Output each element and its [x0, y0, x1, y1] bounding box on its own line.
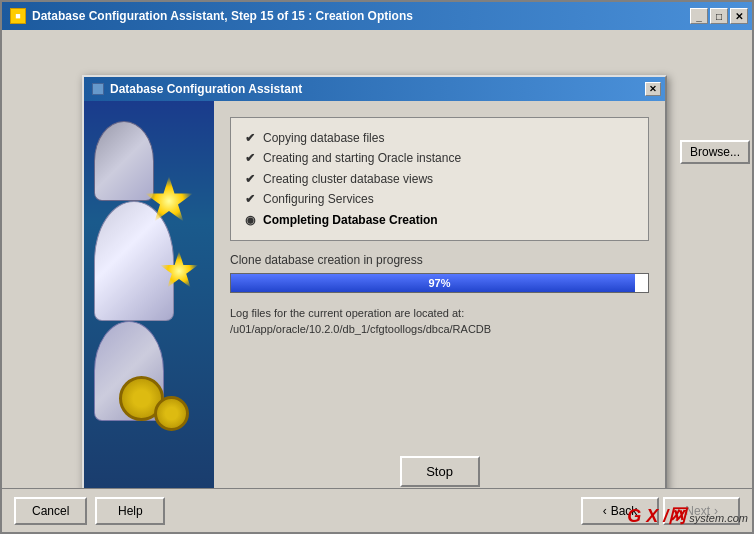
modal-body: ✔ Copying database files ✔ Creating and … — [84, 101, 665, 503]
step-2-label: Creating and starting Oracle instance — [263, 148, 461, 168]
step-5-label: Completing Database Creation — [263, 210, 438, 230]
steps-box: ✔ Copying database files ✔ Creating and … — [230, 117, 649, 241]
watermark-brand: G X /网 — [627, 506, 686, 526]
modal-titlebar-icon — [92, 83, 104, 95]
step-1: ✔ Copying database files — [245, 128, 634, 148]
stop-button[interactable]: Stop — [400, 456, 480, 487]
step-3-label: Creating cluster database views — [263, 169, 433, 189]
step-2: ✔ Creating and starting Oracle instance — [245, 148, 634, 168]
minimize-button[interactable]: _ — [690, 8, 708, 24]
outer-window: ■ Database Configuration Assistant, Step… — [0, 0, 754, 534]
log-line-2: /u01/app/oracle/10.2.0/db_1/cfgtoollogs/… — [230, 321, 649, 338]
cylinder-main — [94, 201, 174, 321]
modal-titlebar: Database Configuration Assistant ✕ — [84, 77, 665, 101]
modal-dialog: Database Configuration Assistant ✕ — [82, 75, 667, 505]
close-button[interactable]: ✕ — [730, 8, 748, 24]
modal-close-button[interactable]: ✕ — [645, 82, 661, 96]
step-5-check: ◉ — [245, 210, 257, 230]
step-4: ✔ Configuring Services — [245, 189, 634, 209]
step-3-check: ✔ — [245, 169, 257, 189]
oracle-graphic — [94, 121, 204, 471]
cancel-button[interactable]: Cancel — [14, 497, 87, 525]
step-1-check: ✔ — [245, 128, 257, 148]
cylinder-back — [94, 121, 154, 201]
help-button[interactable]: Help — [95, 497, 165, 525]
modal-graphic-panel — [84, 101, 214, 503]
modal-title: Database Configuration Assistant — [110, 82, 302, 96]
step-3: ✔ Creating cluster database views — [245, 169, 634, 189]
modal-titlebar-left: Database Configuration Assistant — [92, 82, 302, 96]
app-icon: ■ — [10, 8, 26, 24]
log-line-1: Log files for the current operation are … — [230, 305, 649, 322]
outer-titlebar: ■ Database Configuration Assistant, Step… — [2, 2, 752, 30]
progress-title: Clone database creation in progress — [230, 253, 649, 267]
step-2-check: ✔ — [245, 148, 257, 168]
step-4-check: ✔ — [245, 189, 257, 209]
outer-titlebar-left: ■ Database Configuration Assistant, Step… — [10, 8, 413, 24]
watermark-site: system.com — [689, 512, 748, 524]
step-5: ◉ Completing Database Creation — [245, 210, 634, 230]
step-4-label: Configuring Services — [263, 189, 374, 209]
gear-2 — [154, 396, 189, 431]
progress-section: Clone database creation in progress 97% — [230, 253, 649, 293]
step-1-label: Copying database files — [263, 128, 384, 148]
maximize-button[interactable]: □ — [710, 8, 728, 24]
stop-area: Stop — [230, 448, 649, 487]
modal-content-panel: ✔ Copying database files ✔ Creating and … — [214, 101, 665, 503]
outer-window-buttons: _ □ ✕ — [690, 8, 748, 24]
progress-bar-container: 97% — [230, 273, 649, 293]
back-icon: ‹ — [603, 504, 607, 518]
bottom-left-buttons: Cancel Help — [14, 497, 165, 525]
progress-bar-label: 97% — [428, 277, 450, 289]
log-text: Log files for the current operation are … — [230, 305, 649, 338]
outer-window-title: Database Configuration Assistant, Step 1… — [32, 9, 413, 23]
browse-button[interactable]: Browse... — [680, 140, 750, 164]
background-area: Browse... Database Configuration Assista… — [2, 30, 752, 460]
watermark: G X /网 system.com — [627, 504, 748, 528]
